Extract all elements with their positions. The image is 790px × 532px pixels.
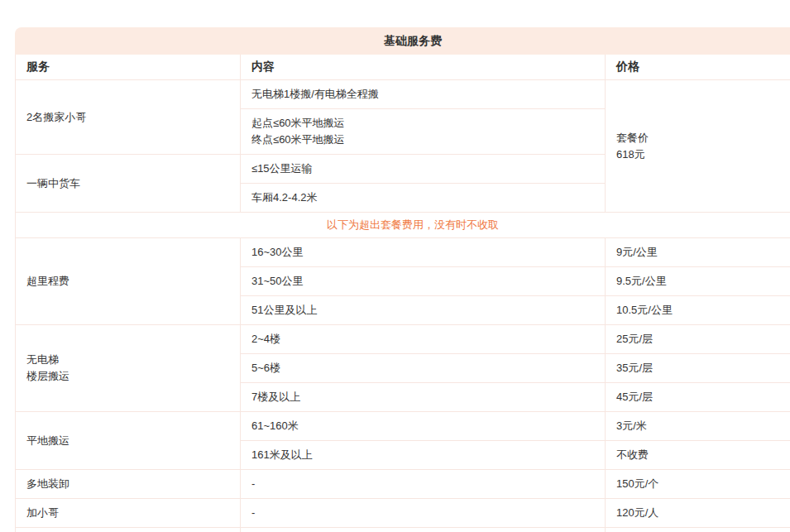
- content-cell: 2~4楼: [241, 325, 606, 354]
- price-cell: 150元/个: [606, 470, 790, 499]
- content-cell: 16~30公里: [241, 238, 606, 267]
- content-cell: 车厢4.2-4.2米: [241, 184, 606, 213]
- table-row: 无电梯 楼层搬运 2~4楼 25元/层: [16, 325, 790, 354]
- card-title: 基础服务费: [15, 27, 790, 55]
- content-cell: 161米及以上: [241, 441, 606, 470]
- service-cell-mileage: 超里程费: [16, 238, 241, 325]
- price-cell: 不收费: [606, 441, 790, 470]
- content-cell: 起点≤60米平地搬运 终点≤60米平地搬运: [241, 109, 606, 155]
- service-cell-extra-mover: 加小哥: [16, 499, 241, 528]
- pricing-card: 基础服务费 服务 内容 价格 2名搬家小哥 无电梯1楼搬/有电梯全程搬 套餐价 …: [15, 27, 790, 532]
- price-cell: 45元/层: [606, 383, 790, 412]
- service-cell-flat: 平地搬运: [16, 412, 241, 470]
- table-row: 多地装卸 - 150元/个: [16, 470, 790, 499]
- notice-row: 以下为超出套餐费用，没有时不收取: [16, 213, 790, 238]
- content-cell: 61~160米: [241, 412, 606, 441]
- col-header-content: 内容: [241, 55, 606, 80]
- content-cell: -: [241, 470, 606, 499]
- content-cell: 31~50公里: [241, 267, 606, 296]
- package-price-cell: 套餐价 618元: [606, 80, 790, 213]
- table-row: 2名搬家小哥 无电梯1楼搬/有电梯全程搬 套餐价 618元: [16, 80, 790, 109]
- price-cell: 9元/公里: [606, 238, 790, 267]
- price-cell: 3元/米: [606, 412, 790, 441]
- service-cell-multiload: 多地装卸: [16, 470, 241, 499]
- notice-text: 以下为超出套餐费用，没有时不收取: [16, 213, 790, 238]
- service-cell-movers: 2名搬家小哥: [16, 80, 241, 155]
- service-cell-truck: 一辆中货车: [16, 155, 241, 213]
- table-row: 平地搬运 61~160米 3元/米: [16, 412, 790, 441]
- col-header-price: 价格: [606, 55, 790, 80]
- content-cell: 51公里及以上: [241, 296, 606, 325]
- content-cell: 5~6楼: [241, 354, 606, 383]
- table-row: 加小哥 - 120元/人: [16, 499, 790, 528]
- table-row-cutoff: [16, 528, 790, 532]
- service-cell-floors: 无电梯 楼层搬运: [16, 325, 241, 412]
- content-cell: 7楼及以上: [241, 383, 606, 412]
- price-cell: 35元/层: [606, 354, 790, 383]
- col-header-service: 服务: [16, 55, 241, 80]
- content-cell: ≤15公里运输: [241, 155, 606, 184]
- price-cell: 10.5元/公里: [606, 296, 790, 325]
- pricing-table: 服务 内容 价格 2名搬家小哥 无电梯1楼搬/有电梯全程搬 套餐价 618元 起…: [15, 55, 790, 532]
- content-cell: 无电梯1楼搬/有电梯全程搬: [241, 80, 606, 109]
- table-row: 超里程费 16~30公里 9元/公里: [16, 238, 790, 267]
- price-cell: 9.5元/公里: [606, 267, 790, 296]
- price-cell: 25元/层: [606, 325, 790, 354]
- content-cell: -: [241, 499, 606, 528]
- column-header-row: 服务 内容 价格: [16, 55, 790, 80]
- price-cell: 120元/人: [606, 499, 790, 528]
